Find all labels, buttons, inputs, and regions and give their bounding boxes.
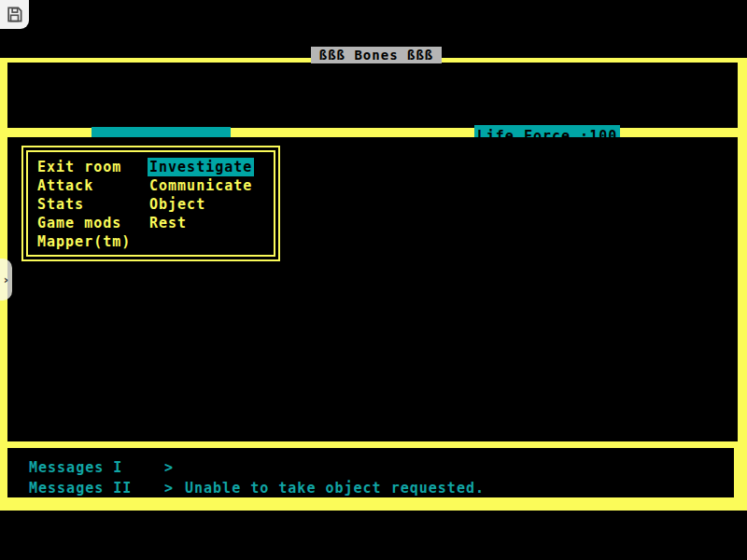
save-button[interactable] <box>0 0 29 29</box>
messages-panel: Messages I > Messages II > Unable to tak… <box>7 448 734 497</box>
menu-item-stats[interactable]: Stats <box>37 195 131 214</box>
command-menu-left-column: Exit room Attack Stats Game mods Mapper(… <box>37 158 131 251</box>
floppy-disk-icon <box>6 6 23 23</box>
chevron-right-icon: › <box>4 273 8 286</box>
messages-2-text: Unable to take object requested. <box>185 480 485 497</box>
command-menu: Exit room Attack Stats Game mods Mapper(… <box>21 146 280 261</box>
game-screen: ßßß Bones ßßß SCORE: 0 Life Force :100 B… <box>0 0 747 560</box>
menu-item-object[interactable]: Object <box>149 195 254 214</box>
menu-item-mapper[interactable]: Mapper(tm) <box>37 232 131 251</box>
messages-1-label: Messages I <box>29 459 122 476</box>
messages-2-label: Messages II <box>29 480 132 497</box>
menu-item-communicate[interactable]: Communicate <box>149 176 254 195</box>
status-panel: SCORE: 0 Life Force :100 Booty :0 Armor … <box>7 63 738 128</box>
menu-item-game-mods[interactable]: Game mods <box>37 214 131 232</box>
messages-1-prompt: > <box>164 459 174 476</box>
command-menu-right-column: Investigate Communicate Object Rest <box>149 158 254 232</box>
command-menu-inner-border: Exit room Attack Stats Game mods Mapper(… <box>26 150 275 257</box>
window-title: ßßß Bones ßßß <box>311 47 442 63</box>
panel-toggle-handle[interactable]: › <box>0 259 12 301</box>
menu-item-investigate[interactable]: Investigate <box>148 158 254 176</box>
menu-item-attack[interactable]: Attack <box>37 176 131 195</box>
menu-item-exit-room[interactable]: Exit room <box>37 158 131 176</box>
messages-2-prompt: > <box>164 480 174 497</box>
menu-item-rest[interactable]: Rest <box>149 214 254 232</box>
window-title-text: ßßß Bones ßßß <box>319 48 434 63</box>
